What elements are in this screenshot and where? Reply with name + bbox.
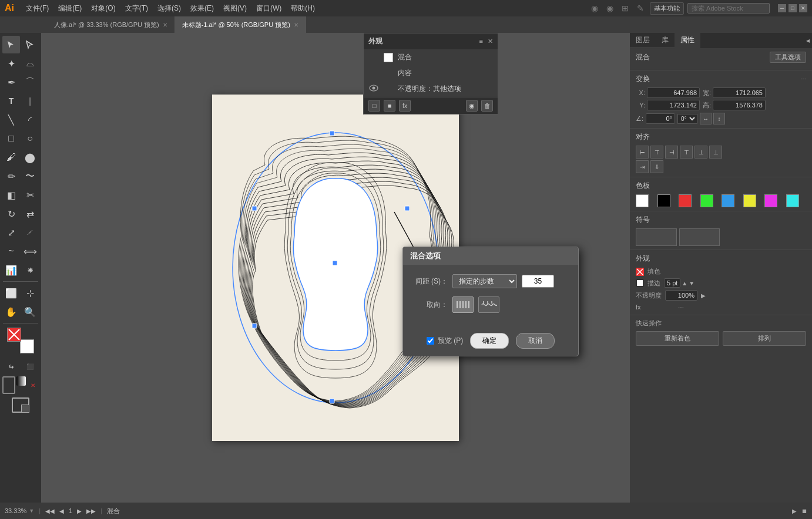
close-button[interactable]: ✕ xyxy=(799,4,807,12)
panel-close-icon[interactable]: ✕ xyxy=(488,38,493,45)
width-tool[interactable]: ⟺ xyxy=(21,242,39,260)
swatch-2[interactable] xyxy=(657,194,670,207)
x-value[interactable]: 647.968 xyxy=(647,87,700,98)
direct-select-tool[interactable] xyxy=(21,36,39,53)
stroke-swatch[interactable] xyxy=(636,279,644,287)
tab-layers[interactable]: 图层 xyxy=(630,33,656,48)
tab-properties[interactable]: 属性 xyxy=(675,33,700,48)
zoom-down-btn[interactable]: ▼ xyxy=(29,508,34,514)
symbol-spray-tool[interactable]: ⁕ xyxy=(21,261,39,279)
layer-type-btn[interactable]: ■ xyxy=(384,100,395,112)
hand-tool[interactable]: ✋ xyxy=(2,303,20,321)
swatch-3[interactable] xyxy=(679,194,692,207)
workspace-selector[interactable]: 基本功能 xyxy=(650,2,684,15)
swatch-1[interactable] xyxy=(636,194,649,207)
align-center-v-btn[interactable]: ⊥ xyxy=(694,146,707,159)
scissors-tool[interactable]: ✂ xyxy=(21,186,39,204)
swatch-5[interactable] xyxy=(722,194,734,207)
opacity-value[interactable]: 100% xyxy=(665,290,697,301)
status-stop-btn[interactable]: ⏹ xyxy=(801,508,807,514)
magic-wand-tool[interactable]: ✦ xyxy=(2,55,20,72)
steps-input[interactable] xyxy=(522,275,554,288)
warp-tool[interactable]: ~ xyxy=(2,242,20,260)
shear-tool[interactable]: ⟋ xyxy=(21,224,39,241)
select-tool[interactable] xyxy=(2,36,20,53)
preview-checkbox-label[interactable]: 预览 (P) xyxy=(427,336,463,346)
rotate-tool[interactable]: ↻ xyxy=(2,205,20,223)
scale-tool[interactable]: ⤢ xyxy=(2,224,20,241)
angle-value[interactable]: 0° xyxy=(646,113,675,124)
menu-file[interactable]: 文件(F) xyxy=(21,1,53,16)
pencil-tool[interactable]: ✏ xyxy=(2,167,20,185)
stroke-down-btn[interactable]: ▼ xyxy=(689,280,694,287)
menu-help[interactable]: 帮助(H) xyxy=(286,1,320,16)
fx-more-btn[interactable]: ⋯ xyxy=(678,304,684,311)
next-btn[interactable]: ▶ xyxy=(77,508,82,514)
fx-btn[interactable]: fx xyxy=(399,100,411,112)
align-top-btn[interactable]: ⊤ xyxy=(680,146,693,159)
stroke-value[interactable]: 5 pt xyxy=(664,278,680,288)
swatch-4[interactable] xyxy=(700,194,713,207)
status-play-btn[interactable]: ▶ xyxy=(792,508,797,514)
distrib-v-btn[interactable]: ⇩ xyxy=(650,160,663,173)
tab-2-close[interactable]: ✕ xyxy=(294,22,298,28)
prev-artboard-btn[interactable]: ◀◀ xyxy=(45,508,55,514)
fill-swatch[interactable] xyxy=(636,268,644,276)
zoom-value[interactable]: 33.33% xyxy=(5,507,26,514)
opacity-expand-btn[interactable]: ▶ xyxy=(701,292,706,299)
gradient-mode-btn[interactable] xyxy=(16,376,26,386)
swatch-6[interactable] xyxy=(743,194,756,207)
spacing-select[interactable]: 指定的步数 平滑颜色 指定的距离 xyxy=(452,274,517,288)
paintbrush-tool[interactable]: 🖌 xyxy=(2,149,20,166)
prev-btn[interactable]: ◀ xyxy=(59,508,64,514)
eraser-tool[interactable]: ◧ xyxy=(2,186,20,204)
orientation-align-btn[interactable] xyxy=(452,296,474,313)
default-colors-btn[interactable]: ⬛ xyxy=(21,358,39,375)
smooth-tool[interactable]: 〜 xyxy=(21,167,39,185)
cancel-button[interactable]: 取消 xyxy=(516,333,555,349)
appearance-item-content[interactable]: 内容 xyxy=(364,65,498,81)
pen-tool[interactable]: ✒ xyxy=(2,73,20,91)
tab-1-close[interactable]: ✕ xyxy=(163,22,167,28)
menu-effect[interactable]: 效果(E) xyxy=(186,1,219,16)
slice-tool[interactable]: ⊹ xyxy=(21,284,39,302)
rect-tool[interactable]: □ xyxy=(2,130,20,147)
eye-opacity-icon[interactable] xyxy=(368,85,379,93)
stock-search[interactable] xyxy=(687,3,770,14)
align-left-btn[interactable]: ⊢ xyxy=(636,146,649,159)
type-tool[interactable]: T xyxy=(2,92,20,110)
h-value[interactable]: 1576.378 xyxy=(713,100,766,110)
duplicate-btn[interactable]: ◉ xyxy=(466,100,478,112)
draw-mode-btn[interactable] xyxy=(12,397,29,413)
appearance-item-blend[interactable]: 混合 xyxy=(364,49,498,65)
menu-text[interactable]: 文字(T) xyxy=(120,1,153,16)
stroke-color-box[interactable] xyxy=(20,339,34,353)
tab-2[interactable]: 未标题-1.ai* @ 50% (RGB/GPU 预览) ✕ xyxy=(175,16,306,33)
menu-window[interactable]: 窗口(W) xyxy=(251,1,286,16)
menu-select[interactable]: 选择(S) xyxy=(153,1,186,16)
minimize-button[interactable]: ─ xyxy=(778,4,786,12)
flip-h-btn[interactable]: ↔ xyxy=(700,113,712,124)
new-layer-btn[interactable]: □ xyxy=(368,100,380,112)
align-right-btn[interactable]: ⊣ xyxy=(665,146,678,159)
tool-options-button[interactable]: 工具选项 xyxy=(770,52,806,63)
arrange-button[interactable]: 排列 xyxy=(723,331,806,346)
appearance-item-opacity[interactable]: 不透明度：其他选项 xyxy=(364,81,498,97)
orientation-path-btn[interactable] xyxy=(478,296,499,313)
curvature-tool[interactable]: ⌒ xyxy=(21,73,39,91)
w-value[interactable]: 1712.065 xyxy=(713,87,766,98)
delete-btn[interactable]: 🗑 xyxy=(481,100,493,112)
lasso-tool[interactable]: ⌓ xyxy=(21,55,39,72)
line-tool[interactable]: ╲ xyxy=(2,111,20,129)
align-bottom-btn[interactable]: ⊥ xyxy=(709,146,722,159)
swatch-8[interactable] xyxy=(786,194,799,207)
none-mode-btn[interactable]: ✕ xyxy=(27,376,39,394)
preview-checkbox[interactable] xyxy=(427,337,434,345)
panel-menu-icon[interactable]: ≡ xyxy=(479,38,483,45)
artboard-tool[interactable]: ⬜ xyxy=(2,284,20,302)
angle-select[interactable]: 0° xyxy=(677,114,697,124)
zoom-tool[interactable]: 🔍 xyxy=(21,303,39,321)
recolor-button[interactable]: 重新着色 xyxy=(636,331,719,346)
tab-library[interactable]: 库 xyxy=(656,33,675,48)
panel-collapse-btn[interactable]: ◂ xyxy=(804,34,812,47)
